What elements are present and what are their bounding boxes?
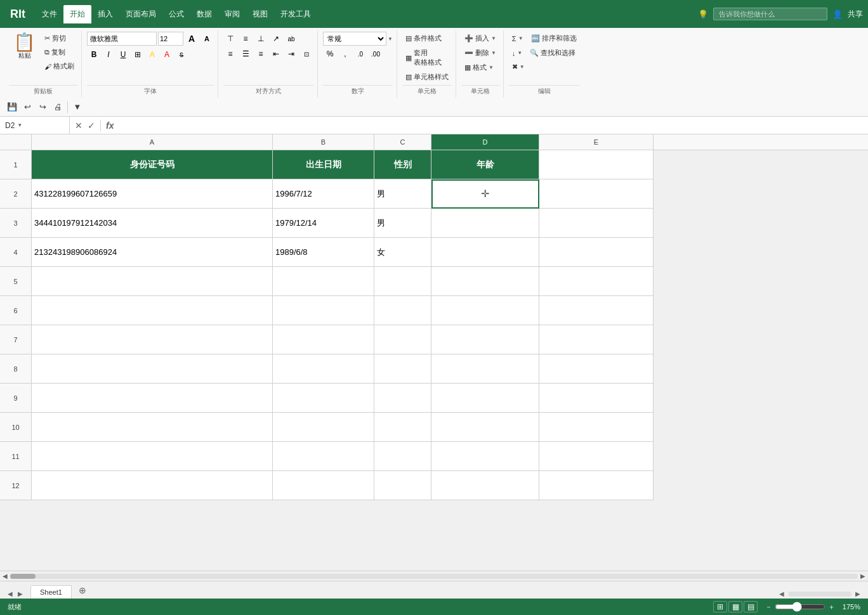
cell-c3[interactable]: 男 xyxy=(374,209,431,238)
cancel-formula-button[interactable]: ✕ xyxy=(74,119,84,132)
redo-button[interactable]: ↪ xyxy=(36,100,49,114)
menu-item-home[interactable]: 开始 xyxy=(63,5,91,23)
format-button[interactable]: ▦ 格式 ▼ xyxy=(461,61,497,74)
cell-a6[interactable] xyxy=(32,296,273,325)
insert-button[interactable]: ➕ 插入 ▼ xyxy=(461,32,499,45)
cell-e11[interactable] xyxy=(539,442,654,471)
bold-button[interactable]: B xyxy=(87,48,101,62)
paste-button[interactable]: 📋 粘贴 xyxy=(9,32,40,73)
cut-button[interactable]: ✂ 剪切 xyxy=(41,32,77,45)
cell-a5[interactable] xyxy=(32,267,273,296)
underline-button[interactable]: U xyxy=(116,48,130,62)
increase-indent-button[interactable]: ⇥ xyxy=(284,47,298,61)
italic-button[interactable]: I xyxy=(102,48,115,62)
cell-e9[interactable] xyxy=(539,384,654,413)
add-sheet-button[interactable]: ⊕ xyxy=(73,582,92,599)
cell-b2[interactable]: 1996/7/12 xyxy=(273,179,374,209)
align-right-button[interactable]: ≡ xyxy=(254,47,268,61)
page-layout-view-button[interactable]: ▦ xyxy=(728,601,742,612)
cell-a9[interactable] xyxy=(32,384,273,413)
cell-e10[interactable] xyxy=(539,413,654,442)
cell-d10[interactable] xyxy=(431,413,539,442)
zoom-out-button[interactable]: － xyxy=(765,602,772,612)
delete-button[interactable]: ➖ 删除 ▼ xyxy=(461,46,499,60)
cell-e12[interactable] xyxy=(539,471,654,500)
cell-e7[interactable] xyxy=(539,325,654,354)
align-bottom-button[interactable]: ⊥ xyxy=(254,32,268,46)
cell-c6[interactable] xyxy=(374,296,431,325)
cell-c2[interactable]: 男 xyxy=(374,179,431,209)
border-button[interactable]: ⊞ xyxy=(131,48,145,62)
undo-button[interactable]: ↩ xyxy=(20,100,34,114)
cell-e5[interactable] xyxy=(539,267,654,296)
cell-b7[interactable] xyxy=(273,325,374,354)
row-header-12[interactable]: 12 xyxy=(0,471,32,500)
save-button[interactable]: 💾 xyxy=(5,100,19,114)
row-header-5[interactable]: 5 xyxy=(0,267,32,296)
row-header-9[interactable]: 9 xyxy=(0,384,32,413)
cell-c8[interactable] xyxy=(374,354,431,384)
search-input[interactable] xyxy=(713,8,827,20)
autosum-button[interactable]: Σ ▼ xyxy=(509,33,527,44)
cell-d5[interactable] xyxy=(431,267,539,296)
cell-b11[interactable] xyxy=(273,442,374,471)
decrease-indent-button[interactable]: ⇤ xyxy=(269,47,283,61)
scroll-sheets-right[interactable]: ▶ xyxy=(15,589,25,599)
cell-a12[interactable] xyxy=(32,471,273,500)
horizontal-scrollbar[interactable] xyxy=(10,574,858,579)
increase-font-button[interactable]: A xyxy=(185,32,199,46)
comma-button[interactable]: , xyxy=(338,47,352,61)
merge-center-button[interactable]: ⊡ xyxy=(299,47,313,61)
font-color-button[interactable]: A xyxy=(160,48,174,62)
increase-decimal-button[interactable]: .0 xyxy=(353,47,367,61)
sheet-nav-right[interactable]: ▶ xyxy=(853,589,863,599)
print-preview-button[interactable]: 🖨 xyxy=(51,100,65,114)
cell-style-button[interactable]: ▧ 单元格样式 xyxy=(402,70,452,84)
copy-button[interactable]: ⧉ 复制 xyxy=(41,46,77,59)
row-header-4[interactable]: 4 xyxy=(0,238,32,267)
cell-b10[interactable] xyxy=(273,413,374,442)
col-header-a[interactable]: A xyxy=(32,134,273,150)
number-format-select[interactable]: 常规 数字 货币 日期 xyxy=(323,32,386,46)
fill-button[interactable]: ↓ ▼ xyxy=(509,48,525,59)
menu-item-devtools[interactable]: 开发工具 xyxy=(274,5,317,23)
cell-c4[interactable]: 女 xyxy=(374,238,431,267)
align-left-button[interactable]: ≡ xyxy=(223,47,237,61)
cell-e3[interactable] xyxy=(539,209,654,238)
row-header-10[interactable]: 10 xyxy=(0,413,32,442)
scroll-left-button[interactable]: ◀ xyxy=(3,573,8,579)
confirm-formula-button[interactable]: ✓ xyxy=(86,119,96,132)
sheet-tab-sheet1[interactable]: Sheet1 xyxy=(30,585,72,599)
cell-d3[interactable] xyxy=(431,209,539,238)
conditional-format-button[interactable]: ▤ 条件格式 xyxy=(402,32,445,45)
row-header-7[interactable]: 7 xyxy=(0,325,32,354)
row-header-2[interactable]: 2 xyxy=(0,179,32,209)
format-painter-button[interactable]: 🖌 格式刷 xyxy=(41,60,77,73)
cell-a10[interactable] xyxy=(32,413,273,442)
insert-function-button[interactable]: fx xyxy=(105,119,115,132)
menu-item-file[interactable]: 文件 xyxy=(36,5,63,23)
menu-item-page-layout[interactable]: 页面布局 xyxy=(119,5,162,23)
cell-c5[interactable] xyxy=(374,267,431,296)
cell-c7[interactable] xyxy=(374,325,431,354)
clear-button[interactable]: ✖ ▼ xyxy=(509,61,528,73)
cell-d12[interactable] xyxy=(431,471,539,500)
cell-a3[interactable]: 344410197912142034 xyxy=(32,209,273,238)
cell-e4[interactable] xyxy=(539,238,654,267)
corner-cell[interactable] xyxy=(0,134,32,150)
align-middle-button[interactable]: ≡ xyxy=(239,32,253,46)
cell-c1[interactable]: 性别 xyxy=(374,150,431,179)
cell-d7[interactable] xyxy=(431,325,539,354)
cell-e8[interactable] xyxy=(539,354,654,384)
formula-input[interactable] xyxy=(119,117,868,134)
strikethrough-button[interactable]: S̶ xyxy=(174,48,188,62)
cell-d8[interactable] xyxy=(431,354,539,384)
zoom-in-button[interactable]: ＋ xyxy=(828,602,835,612)
cell-b9[interactable] xyxy=(273,384,374,413)
row-header-1[interactable]: 1 xyxy=(0,150,32,179)
fill-color-button[interactable]: A xyxy=(145,48,159,62)
cell-b3[interactable]: 1979/12/14 xyxy=(273,209,374,238)
cell-d9[interactable] xyxy=(431,384,539,413)
menu-item-view[interactable]: 视图 xyxy=(246,5,274,23)
font-size-input[interactable] xyxy=(158,32,183,46)
